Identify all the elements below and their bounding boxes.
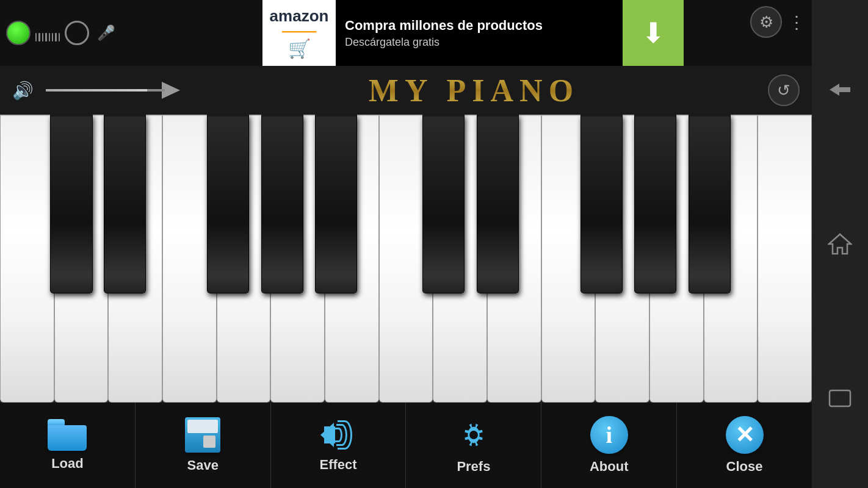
nav-home-button[interactable] bbox=[825, 229, 855, 259]
black-key-6[interactable] bbox=[477, 115, 519, 293]
black-key-9[interactable] bbox=[689, 115, 731, 293]
floppy-icon bbox=[185, 417, 220, 453]
load-label: Load bbox=[51, 456, 84, 472]
refresh-button[interactable]: ↺ bbox=[768, 74, 800, 106]
info-icon: i bbox=[590, 416, 628, 454]
download-icon: ⬇ bbox=[642, 16, 665, 49]
close-button[interactable]: ✕ Close bbox=[677, 403, 812, 488]
top-right-icons: ⚙ ⋮ bbox=[750, 6, 806, 38]
black-key-5[interactable] bbox=[422, 115, 465, 293]
app-title: MY PIANO bbox=[192, 73, 756, 109]
speaker-icon bbox=[319, 418, 357, 452]
load-button[interactable]: Load bbox=[0, 403, 136, 488]
nav-back-button[interactable] bbox=[825, 74, 855, 105]
more-options-button[interactable]: ⋮ bbox=[788, 12, 806, 32]
white-key-14[interactable] bbox=[758, 115, 812, 403]
ad-text: Compra millones de productos Descárgatel… bbox=[336, 12, 623, 55]
black-key-4[interactable] bbox=[315, 115, 357, 293]
grid-icon bbox=[35, 21, 60, 45]
close-icon: ✕ bbox=[726, 416, 764, 454]
effect-label: Effect bbox=[320, 457, 357, 473]
black-key-8[interactable] bbox=[634, 115, 676, 293]
ad-banner[interactable]: amazon ━━━━━━━ 🛒 Compra millones de prod… bbox=[262, 0, 684, 66]
volume-icon: 🔊 bbox=[12, 81, 34, 101]
mic-icon: 🎤 bbox=[94, 21, 118, 45]
ad-subtitle: Descárgatela gratis bbox=[345, 36, 613, 49]
ad-title: Compra millones de productos bbox=[345, 18, 613, 34]
volume-slider[interactable] bbox=[46, 84, 180, 96]
prefs-gear-icon bbox=[455, 416, 493, 454]
download-button[interactable]: ⬇ bbox=[623, 0, 684, 66]
volume-track bbox=[46, 89, 165, 92]
save-button[interactable]: Save bbox=[136, 403, 271, 488]
record-icon bbox=[65, 21, 89, 45]
bottom-toolbar: Load Save Effect bbox=[0, 403, 812, 488]
black-key-2[interactable] bbox=[207, 115, 249, 293]
effect-button[interactable]: Effect bbox=[271, 403, 407, 488]
svg-rect-1 bbox=[830, 390, 850, 406]
control-bar: 🔊 MY PIANO ↺ bbox=[0, 66, 812, 115]
status-bar: 🎤 amazon ━━━━━━━ 🛒 Compra millones de pr… bbox=[0, 0, 812, 66]
signal-icon bbox=[6, 21, 31, 45]
settings-button[interactable]: ⚙ bbox=[750, 6, 782, 38]
white-key-0[interactable] bbox=[0, 115, 54, 403]
prefs-label: Prefs bbox=[457, 459, 490, 475]
about-label: About bbox=[590, 459, 629, 475]
black-key-7[interactable] bbox=[580, 115, 623, 293]
folder-icon bbox=[48, 419, 87, 451]
android-nav-bar bbox=[812, 0, 868, 488]
black-key-3[interactable] bbox=[261, 115, 303, 293]
save-label: Save bbox=[187, 458, 219, 473]
status-icons: 🎤 bbox=[0, 21, 232, 45]
close-label: Close bbox=[726, 459, 763, 475]
about-button[interactable]: i About bbox=[541, 403, 677, 488]
black-key-0[interactable] bbox=[50, 115, 92, 293]
amazon-logo: amazon ━━━━━━━ 🛒 bbox=[262, 0, 336, 66]
black-key-1[interactable] bbox=[104, 115, 146, 293]
prefs-button[interactable]: Prefs bbox=[406, 403, 541, 488]
piano-keyboard[interactable] bbox=[0, 115, 812, 403]
nav-recents-button[interactable] bbox=[825, 383, 855, 414]
svg-point-0 bbox=[469, 431, 478, 439]
